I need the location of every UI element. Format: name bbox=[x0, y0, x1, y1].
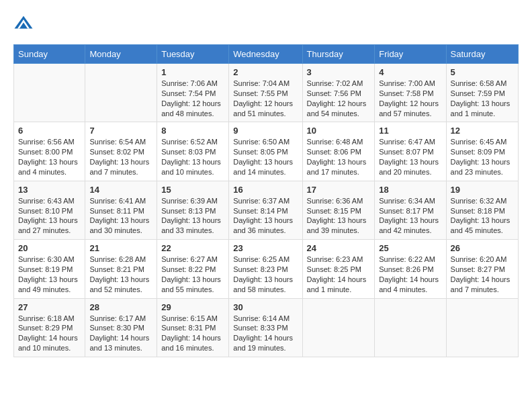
calendar-cell: 4Sunrise: 7:00 AMSunset: 7:58 PMDaylight… bbox=[375, 64, 446, 122]
calendar-cell: 24Sunrise: 6:23 AMSunset: 8:25 PMDayligh… bbox=[302, 240, 375, 298]
day-info: Sunrise: 6:20 AMSunset: 8:27 PMDaylight:… bbox=[451, 255, 514, 294]
day-info: Sunrise: 7:06 AMSunset: 7:54 PMDaylight:… bbox=[161, 79, 224, 118]
calendar-header-row: SundayMondayTuesdayWednesdayThursdayFrid… bbox=[14, 45, 519, 64]
calendar-cell: 23Sunrise: 6:25 AMSunset: 8:23 PMDayligh… bbox=[229, 240, 302, 298]
day-info: Sunrise: 6:32 AMSunset: 8:18 PMDaylight:… bbox=[451, 196, 514, 236]
day-info: Sunrise: 6:54 AMSunset: 8:02 PMDaylight:… bbox=[89, 137, 152, 177]
page-header bbox=[13, 13, 519, 34]
day-number: 20 bbox=[18, 243, 81, 253]
day-number: 13 bbox=[18, 185, 81, 195]
calendar-cell: 7Sunrise: 6:54 AMSunset: 8:02 PMDaylight… bbox=[85, 122, 157, 181]
calendar-cell bbox=[302, 298, 375, 357]
day-info: Sunrise: 7:04 AMSunset: 7:55 PMDaylight:… bbox=[233, 79, 298, 118]
calendar-cell: 10Sunrise: 6:48 AMSunset: 8:06 PMDayligh… bbox=[302, 122, 375, 181]
calendar-cell bbox=[446, 298, 518, 357]
day-number: 22 bbox=[161, 243, 224, 253]
day-number: 15 bbox=[161, 185, 224, 195]
calendar-week-row: 1Sunrise: 7:06 AMSunset: 7:54 PMDaylight… bbox=[14, 64, 519, 122]
day-info: Sunrise: 6:43 AMSunset: 8:10 PMDaylight:… bbox=[18, 196, 81, 236]
day-number: 30 bbox=[233, 302, 298, 312]
day-info: Sunrise: 6:47 AMSunset: 8:07 PMDaylight:… bbox=[379, 137, 441, 177]
calendar-cell: 13Sunrise: 6:43 AMSunset: 8:10 PMDayligh… bbox=[14, 181, 85, 239]
calendar-cell: 9Sunrise: 6:50 AMSunset: 8:05 PMDaylight… bbox=[229, 122, 302, 181]
calendar-cell: 27Sunrise: 6:18 AMSunset: 8:29 PMDayligh… bbox=[14, 298, 85, 357]
day-number: 1 bbox=[161, 67, 224, 77]
day-header-sunday: Sunday bbox=[14, 45, 85, 64]
day-number: 21 bbox=[89, 243, 152, 253]
day-info: Sunrise: 6:45 AMSunset: 8:09 PMDaylight:… bbox=[451, 137, 514, 177]
day-info: Sunrise: 6:22 AMSunset: 8:26 PMDaylight:… bbox=[379, 255, 441, 294]
day-info: Sunrise: 6:27 AMSunset: 8:22 PMDaylight:… bbox=[161, 255, 224, 294]
day-header-monday: Monday bbox=[85, 45, 157, 64]
day-number: 23 bbox=[233, 243, 298, 253]
day-number: 27 bbox=[18, 302, 81, 312]
calendar-cell: 17Sunrise: 6:36 AMSunset: 8:15 PMDayligh… bbox=[302, 181, 375, 239]
calendar-cell: 25Sunrise: 6:22 AMSunset: 8:26 PMDayligh… bbox=[375, 240, 446, 298]
day-info: Sunrise: 6:52 AMSunset: 8:03 PMDaylight:… bbox=[161, 137, 224, 177]
day-number: 8 bbox=[161, 126, 224, 136]
calendar-cell: 26Sunrise: 6:20 AMSunset: 8:27 PMDayligh… bbox=[446, 240, 518, 298]
day-info: Sunrise: 6:56 AMSunset: 8:00 PMDaylight:… bbox=[18, 137, 81, 177]
day-number: 16 bbox=[233, 185, 298, 195]
day-info: Sunrise: 6:50 AMSunset: 8:05 PMDaylight:… bbox=[233, 137, 298, 177]
day-number: 6 bbox=[18, 126, 81, 136]
calendar-cell bbox=[85, 64, 157, 122]
day-number: 7 bbox=[89, 126, 152, 136]
day-number: 9 bbox=[233, 126, 298, 136]
calendar-week-row: 27Sunrise: 6:18 AMSunset: 8:29 PMDayligh… bbox=[14, 298, 519, 357]
day-info: Sunrise: 6:17 AMSunset: 8:30 PMDaylight:… bbox=[89, 314, 152, 353]
day-info: Sunrise: 6:36 AMSunset: 8:15 PMDaylight:… bbox=[307, 196, 371, 236]
day-info: Sunrise: 6:58 AMSunset: 7:59 PMDaylight:… bbox=[451, 79, 514, 118]
calendar-cell bbox=[14, 64, 85, 122]
calendar-cell: 15Sunrise: 6:39 AMSunset: 8:13 PMDayligh… bbox=[157, 181, 229, 239]
day-number: 17 bbox=[307, 185, 371, 195]
day-header-wednesday: Wednesday bbox=[229, 45, 302, 64]
day-info: Sunrise: 6:48 AMSunset: 8:06 PMDaylight:… bbox=[307, 137, 371, 177]
day-info: Sunrise: 6:39 AMSunset: 8:13 PMDaylight:… bbox=[161, 196, 224, 236]
calendar-cell: 11Sunrise: 6:47 AMSunset: 8:07 PMDayligh… bbox=[375, 122, 446, 181]
calendar-cell: 14Sunrise: 6:41 AMSunset: 8:11 PMDayligh… bbox=[85, 181, 157, 239]
day-header-tuesday: Tuesday bbox=[157, 45, 229, 64]
day-info: Sunrise: 7:02 AMSunset: 7:56 PMDaylight:… bbox=[307, 79, 371, 118]
day-info: Sunrise: 6:28 AMSunset: 8:21 PMDaylight:… bbox=[89, 255, 152, 294]
calendar-cell: 5Sunrise: 6:58 AMSunset: 7:59 PMDaylight… bbox=[446, 64, 518, 122]
calendar-cell: 28Sunrise: 6:17 AMSunset: 8:30 PMDayligh… bbox=[85, 298, 157, 357]
calendar-table: SundayMondayTuesdayWednesdayThursdayFrid… bbox=[13, 44, 519, 357]
calendar-cell: 16Sunrise: 6:37 AMSunset: 8:14 PMDayligh… bbox=[229, 181, 302, 239]
day-info: Sunrise: 6:18 AMSunset: 8:29 PMDaylight:… bbox=[18, 314, 81, 353]
calendar-cell: 8Sunrise: 6:52 AMSunset: 8:03 PMDaylight… bbox=[157, 122, 229, 181]
day-header-thursday: Thursday bbox=[302, 45, 375, 64]
calendar-cell: 3Sunrise: 7:02 AMSunset: 7:56 PMDaylight… bbox=[302, 64, 375, 122]
day-number: 26 bbox=[451, 243, 514, 253]
calendar-week-row: 6Sunrise: 6:56 AMSunset: 8:00 PMDaylight… bbox=[14, 122, 519, 181]
day-info: Sunrise: 6:30 AMSunset: 8:19 PMDaylight:… bbox=[18, 255, 81, 294]
calendar-cell: 12Sunrise: 6:45 AMSunset: 8:09 PMDayligh… bbox=[446, 122, 518, 181]
day-number: 11 bbox=[379, 126, 441, 136]
day-number: 4 bbox=[379, 67, 441, 77]
day-info: Sunrise: 6:34 AMSunset: 8:17 PMDaylight:… bbox=[379, 196, 441, 236]
day-number: 2 bbox=[233, 67, 298, 77]
day-info: Sunrise: 6:37 AMSunset: 8:14 PMDaylight:… bbox=[233, 196, 298, 236]
day-number: 3 bbox=[307, 67, 371, 77]
day-number: 19 bbox=[451, 185, 514, 195]
day-header-friday: Friday bbox=[375, 45, 446, 64]
day-info: Sunrise: 6:14 AMSunset: 8:33 PMDaylight:… bbox=[233, 314, 298, 353]
calendar-cell: 21Sunrise: 6:28 AMSunset: 8:21 PMDayligh… bbox=[85, 240, 157, 298]
calendar-cell: 18Sunrise: 6:34 AMSunset: 8:17 PMDayligh… bbox=[375, 181, 446, 239]
day-number: 24 bbox=[307, 243, 371, 253]
day-number: 14 bbox=[89, 185, 152, 195]
calendar-cell: 6Sunrise: 6:56 AMSunset: 8:00 PMDaylight… bbox=[14, 122, 85, 181]
day-header-saturday: Saturday bbox=[446, 45, 518, 64]
day-number: 29 bbox=[161, 302, 224, 312]
logo bbox=[13, 13, 35, 34]
calendar-cell: 2Sunrise: 7:04 AMSunset: 7:55 PMDaylight… bbox=[229, 64, 302, 122]
day-number: 12 bbox=[451, 126, 514, 136]
calendar-cell: 19Sunrise: 6:32 AMSunset: 8:18 PMDayligh… bbox=[446, 181, 518, 239]
calendar-week-row: 13Sunrise: 6:43 AMSunset: 8:10 PMDayligh… bbox=[14, 181, 519, 239]
day-info: Sunrise: 7:00 AMSunset: 7:58 PMDaylight:… bbox=[379, 79, 441, 118]
day-info: Sunrise: 6:25 AMSunset: 8:23 PMDaylight:… bbox=[233, 255, 298, 294]
calendar-cell: 29Sunrise: 6:15 AMSunset: 8:31 PMDayligh… bbox=[157, 298, 229, 357]
day-info: Sunrise: 6:15 AMSunset: 8:31 PMDaylight:… bbox=[161, 314, 224, 353]
calendar-cell bbox=[375, 298, 446, 357]
day-number: 10 bbox=[307, 126, 371, 136]
